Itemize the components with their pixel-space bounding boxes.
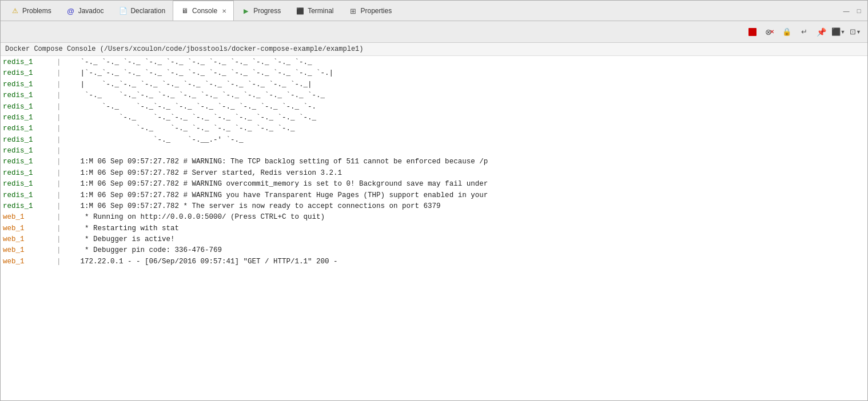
line-content: 1:M 06 Sep 09:57:27.782 * The server is … [63, 201, 441, 212]
service-name: web_1 [3, 223, 46, 234]
pipe-separator: | [48, 123, 61, 134]
console-line: web_1 | 172.22.0.1 - - [06/Sep/2016 09:5… [3, 256, 865, 267]
console-line: redis_1 | 1:M 06 Sep 09:57:27.782 # WARN… [3, 157, 865, 167]
progress-icon [241, 6, 250, 15]
line-content: * Restarting with stat [63, 223, 180, 234]
service-name: redis_1 [3, 113, 46, 123]
service-name: redis_1 [3, 57, 46, 68]
tab-console[interactable]: Console ✕ [173, 1, 234, 21]
tab-javadoc[interactable]: Javadoc [59, 1, 112, 21]
service-name: web_1 [3, 212, 46, 223]
console-line: redis_1 | 1:M 06 Sep 09:57:27.782 # Serv… [3, 168, 865, 179]
line-content: `-._ `-._`-._ `-._ `-._ `-._ `-._ `-._ `… [63, 113, 321, 123]
service-name: web_1 [3, 234, 46, 245]
console-output[interactable]: redis_1 | `-._ `-._ `-._ `-._ `-._ `-._ … [1, 56, 867, 400]
pipe-separator: | [48, 102, 61, 113]
pipe-separator: | [48, 245, 61, 256]
service-name: redis_1 [3, 90, 46, 101]
javadoc-icon [66, 6, 75, 15]
console-close-icon[interactable]: ✕ [222, 8, 226, 14]
tab-problems-label: Problems [22, 7, 51, 15]
pipe-separator: | [48, 68, 61, 79]
stop-button[interactable] [745, 25, 760, 39]
word-wrap-icon: ↵ [801, 27, 807, 36]
open-console-icon: ⬛ [831, 27, 841, 36]
console-line: web_1 | * Debugger pin code: 336-476-769 [3, 245, 865, 256]
console-line: redis_1 | [3, 146, 865, 157]
console-line: redis_1 | `-._ `-.__.-' `-._ [3, 135, 865, 146]
tab-properties-label: Properties [361, 7, 392, 15]
console-line: redis_1 | | `-._`-._ `-._ `-._ `-._ `-._… [3, 79, 865, 90]
service-name: redis_1 [3, 123, 46, 134]
line-content: 1:M 06 Sep 09:57:27.782 # WARNING overco… [63, 179, 488, 190]
service-name: web_1 [3, 245, 46, 256]
window-controls: — □ [841, 1, 867, 21]
tab-bar: Problems Javadoc Declaration Console ✕ P… [1, 1, 867, 21]
line-content: `-._ `-._`-._ `-._ `-._ `-._ `-._ `-._ `… [63, 90, 329, 101]
service-name: redis_1 [3, 157, 46, 167]
console-line: redis_1 | `-._ `-._ `-._ `-._ `-._ `-._ … [3, 57, 865, 68]
line-content: 1:M 06 Sep 09:57:27.782 # WARNING you ha… [63, 190, 488, 201]
pipe-separator: | [48, 168, 61, 179]
line-content: | `-._`-._ `-._ `-._ `-._ `-._ `-._ `-._… [63, 79, 312, 90]
service-name: redis_1 [3, 179, 46, 190]
line-content: 1:M 06 Sep 09:57:27.782 # Server started… [63, 168, 343, 179]
line-content: * Debugger is active! [63, 234, 175, 245]
tab-declaration-label: Declaration [130, 7, 165, 15]
maximize-button[interactable]: □ [854, 6, 864, 16]
tab-problems[interactable]: Problems [3, 1, 59, 21]
lock-button[interactable]: 🔒 [779, 25, 794, 39]
line-content: 1:M 06 Sep 09:57:27.782 # WARNING: The T… [63, 157, 488, 167]
pipe-separator: | [48, 90, 61, 101]
tab-console-label: Console [192, 7, 217, 15]
console-line: redis_1 | 1:M 06 Sep 09:57:27.782 * The … [3, 201, 865, 212]
service-name: redis_1 [3, 102, 46, 113]
scroll-lock-icon: 🔒 [782, 27, 791, 36]
line-content: * Debugger pin code: 336-476-769 [63, 245, 222, 256]
tab-progress-label: Progress [253, 7, 281, 15]
open-console-dropdown[interactable]: ⬛ ▼ [831, 25, 846, 39]
word-wrap-button[interactable]: ↵ [797, 25, 811, 39]
line-content: 172.22.0.1 - - [06/Sep/2016 09:57:41] "G… [63, 256, 338, 267]
dropdown-arrow-icon: ▼ [841, 29, 846, 35]
service-name: redis_1 [3, 68, 46, 79]
remove-all-button[interactable]: ⊗ ✕ [762, 25, 777, 39]
toolbar: ⊗ ✕ 🔒 ↵ 📌 ⬛ ▼ ⊡ ▼ [1, 21, 867, 43]
console-container: Docker Compose Console (/Users/xcoulon/c… [1, 43, 867, 400]
line-content: |`-._`-._ `-._ `-._ `-._ `-._ `-._ `-._ … [63, 68, 334, 79]
service-name: redis_1 [3, 146, 46, 157]
pipe-separator: | [48, 201, 61, 212]
tab-progress[interactable]: Progress [234, 1, 288, 21]
tab-properties[interactable]: Properties [341, 1, 400, 21]
remove-overlay-icon: ✕ [770, 29, 774, 35]
tab-terminal[interactable]: Terminal [288, 1, 341, 21]
line-content: `-._ `-._ `-._ `-._ `-._ `-._ `-._ [63, 123, 300, 134]
service-name: redis_1 [3, 135, 46, 146]
pipe-separator: | [48, 190, 61, 201]
console-line: redis_1 | `-._ `-._ `-._ `-._ `-._ `-._ … [3, 123, 865, 134]
pipe-separator: | [48, 79, 61, 90]
pipe-separator: | [48, 135, 61, 146]
declaration-icon [118, 6, 128, 15]
console-line: web_1 | * Restarting with stat [3, 223, 865, 234]
display-dropdown-arrow-icon: ▼ [856, 29, 861, 35]
console-line: redis_1 | |`-._`-._ `-._ `-._ `-._ `-._ … [3, 68, 865, 79]
minimize-button[interactable]: — [841, 6, 851, 16]
pin-button[interactable]: 📌 [814, 25, 829, 39]
pipe-separator: | [48, 179, 61, 190]
line-content: `-._ `-.__.-' `-._ [63, 135, 248, 146]
display-selected-dropdown[interactable]: ⊡ ▼ [848, 25, 863, 39]
console-icon [180, 6, 189, 15]
service-name: redis_1 [3, 79, 46, 90]
tab-declaration[interactable]: Declaration [111, 1, 173, 21]
stop-icon [748, 28, 756, 36]
console-line: redis_1 | `-._ `-._`-._ `-._ `-._ `-._ `… [3, 102, 865, 113]
service-name: web_1 [3, 256, 46, 267]
pipe-separator: | [48, 223, 61, 234]
service-name: redis_1 [3, 201, 46, 212]
line-content: `-._ `-._`-._ `-._ `-._ `-._ `-._ `-._ `… [63, 102, 317, 113]
pipe-separator: | [48, 212, 61, 223]
console-line: web_1 | * Running on http://0.0.0.0:5000… [3, 212, 865, 223]
pin-icon: 📌 [817, 27, 826, 37]
pipe-separator: | [48, 157, 61, 167]
